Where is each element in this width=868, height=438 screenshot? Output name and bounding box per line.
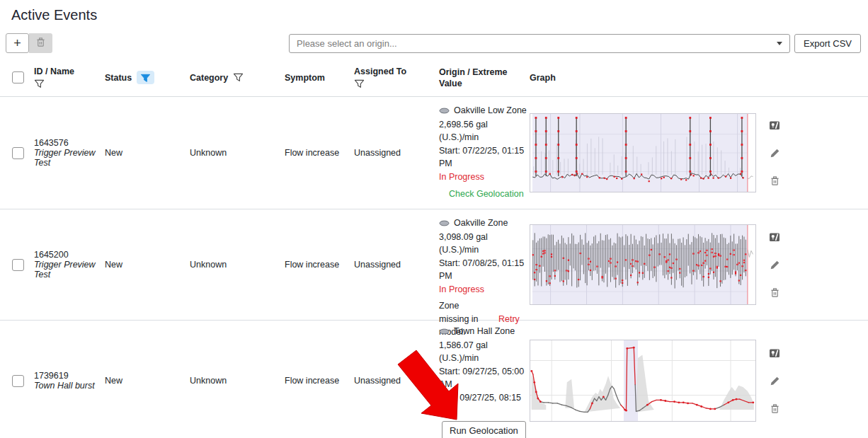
column-status: Status xyxy=(105,73,132,83)
id-filter-icon[interactable] xyxy=(34,79,45,89)
category-filter-icon[interactable] xyxy=(233,72,244,83)
check-geolocation-link[interactable]: Check Geolocation xyxy=(449,188,524,201)
origin-zone: Oakville Zone xyxy=(454,218,508,228)
column-graph: Graph xyxy=(530,73,556,83)
event-id: 1739619 xyxy=(34,371,99,381)
event-category: Unknown xyxy=(190,148,285,158)
column-category: Category xyxy=(190,73,228,83)
active-events-page: Active Events + Please select an origin.… xyxy=(0,0,868,438)
event-name: Trigger Preview Test xyxy=(34,260,99,279)
geolocation-map-icon[interactable] xyxy=(769,347,780,359)
export-csv-button[interactable]: Export CSV xyxy=(794,34,861,53)
event-category: Unknown xyxy=(190,260,285,270)
column-id-name: ID / Name xyxy=(34,67,74,76)
origin-extreme-value: 1,586.07 gal (U.S.)/min xyxy=(439,339,527,365)
origin-zone: Oakville Low Zone xyxy=(454,105,527,115)
row-actions xyxy=(769,231,780,298)
event-name: Town Hall burst xyxy=(34,381,99,391)
edit-icon[interactable] xyxy=(770,260,780,270)
origin-zone: Town Hall Zone xyxy=(454,326,515,336)
delete-icon[interactable] xyxy=(770,287,780,298)
origin-extreme-value: 3,098.09 gal (U.S.)/min xyxy=(439,231,527,257)
row-checkbox[interactable] xyxy=(12,375,24,387)
row-checkbox[interactable] xyxy=(12,147,24,159)
event-category: Unknown xyxy=(190,376,285,386)
geolocation-map-icon[interactable] xyxy=(769,231,780,243)
origin-state: In Progress xyxy=(439,171,527,184)
status-filter-icon[interactable] xyxy=(137,71,154,84)
delete-icon[interactable] xyxy=(770,403,780,414)
trash-icon xyxy=(35,37,46,50)
origin-extreme-value: 2,698.56 gal (U.S.)/min xyxy=(439,118,527,144)
origin-start: Start: 07/08/25, 01:15 PM xyxy=(439,257,527,283)
origin-select[interactable]: Please select an origin... xyxy=(289,34,790,53)
add-event-button[interactable]: + xyxy=(6,33,29,53)
assigned-filter-icon[interactable] xyxy=(354,79,365,89)
event-status: New xyxy=(105,260,190,270)
event-origin-cell: Oakville Low Zone 2,698.56 gal (U.S.)/mi… xyxy=(439,97,530,209)
table-header: ID / Name Status Category Symptom xyxy=(0,59,868,97)
column-origin: Origin / Extreme Value xyxy=(439,67,508,88)
event-symptom: Flow increase xyxy=(285,148,354,158)
table-row: 1645200 Trigger Preview Test New Unknown… xyxy=(0,209,868,321)
event-status: New xyxy=(105,148,190,158)
event-assigned-to: Unassigned xyxy=(354,148,439,158)
event-symptom: Flow increase xyxy=(285,376,354,386)
row-checkbox[interactable] xyxy=(12,259,24,271)
delete-events-button[interactable] xyxy=(29,33,52,53)
edit-icon[interactable] xyxy=(770,376,780,386)
event-name: Trigger Preview Test xyxy=(34,148,99,168)
zone-icon xyxy=(439,217,450,231)
row-actions xyxy=(769,347,780,414)
column-symptom: Symptom xyxy=(285,73,325,83)
run-geolocation-button[interactable]: Run Geolocation xyxy=(442,421,526,438)
origin-end: End: 09/27/25, 08:15 AM xyxy=(439,391,527,417)
edit-icon[interactable] xyxy=(770,148,780,159)
origin-select-placeholder: Please select an origin... xyxy=(297,38,771,49)
event-graph[interactable] xyxy=(530,224,756,305)
event-assigned-to: Unassigned xyxy=(354,376,439,386)
zone-icon xyxy=(439,325,450,339)
origin-start: Start: 07/22/25, 01:15 PM xyxy=(439,144,527,171)
event-origin-cell: Oakville Zone 3,098.09 gal (U.S.)/min St… xyxy=(439,209,530,320)
geolocation-map-icon[interactable] xyxy=(769,120,780,131)
table-row: 1739619 Town Hall burst New Unknown Flow… xyxy=(0,321,868,438)
event-origin-cell: Town Hall Zone 1,586.07 gal (U.S.)/min S… xyxy=(439,321,530,438)
toolbar-button-group: + xyxy=(6,33,52,53)
event-assigned-to: Unassigned xyxy=(354,260,439,270)
row-actions xyxy=(769,120,780,186)
event-id: 1645200 xyxy=(34,250,99,260)
zone-icon xyxy=(439,105,450,118)
column-assigned-to: Assigned To xyxy=(354,67,406,76)
event-id: 1643576 xyxy=(34,138,99,148)
page-title: Active Events xyxy=(11,7,868,23)
event-graph[interactable] xyxy=(530,340,756,422)
table-row: 1643576 Trigger Preview Test New Unknown… xyxy=(0,97,868,209)
delete-icon[interactable] xyxy=(770,175,780,186)
origin-state: In Progress xyxy=(439,283,527,296)
event-status: New xyxy=(105,376,190,386)
chevron-down-icon xyxy=(777,42,782,45)
select-all-checkbox[interactable] xyxy=(12,71,24,83)
origin-start: Start: 09/27/25, 05:00 AM xyxy=(439,365,527,391)
event-graph[interactable] xyxy=(530,113,756,192)
event-symptom: Flow increase xyxy=(285,260,354,270)
toolbar: + Please select an origin... Export CSV xyxy=(6,33,861,53)
